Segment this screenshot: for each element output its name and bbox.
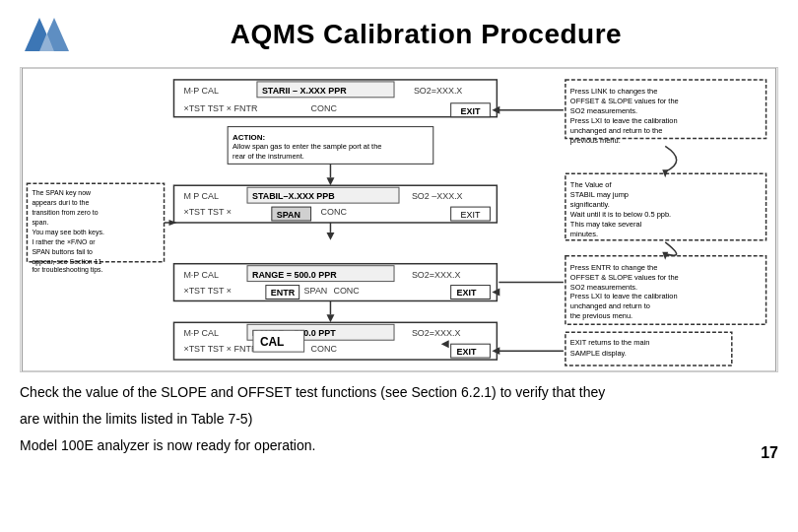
svg-text:SO2=XXX.X: SO2=XXX.X bbox=[414, 86, 462, 96]
svg-text:CAL: CAL bbox=[260, 335, 284, 349]
svg-text:RANGE = 500.0 PPR: RANGE = 500.0 PPR bbox=[252, 270, 337, 280]
svg-text:minutes.: minutes. bbox=[570, 230, 598, 238]
page-title: AQMS Calibration Procedure bbox=[74, 19, 778, 50]
svg-text:transition from zero to: transition from zero to bbox=[32, 209, 98, 216]
svg-text:rear of the instrument.: rear of the instrument. bbox=[233, 152, 304, 161]
svg-text:significantly.: significantly. bbox=[570, 200, 610, 209]
svg-text:appears duri to the: appears duri to the bbox=[32, 199, 89, 207]
svg-text:M P CAL: M P CAL bbox=[183, 191, 219, 201]
svg-text:EXIT: EXIT bbox=[457, 288, 477, 298]
svg-text:the previous menu.: the previous menu. bbox=[570, 311, 632, 320]
diagram-area: M·P CAL STARII – X.XXX PPR SO2=XXX.X ×TS… bbox=[20, 67, 778, 372]
svg-text:appear, see Section 11: appear, see Section 11 bbox=[32, 258, 101, 266]
footer-line2: are within the limits listed in Table 7-… bbox=[20, 409, 605, 430]
svg-text:OFFSET & SLOPE values for the: OFFSET & SLOPE values for the bbox=[570, 273, 679, 282]
svg-text:The SPAN key now: The SPAN key now bbox=[32, 189, 92, 197]
footer-text: Check the value of the SLOPE and OFFSET … bbox=[20, 382, 605, 462]
page-number: 17 bbox=[761, 444, 778, 462]
svg-text:previous menu.: previous menu. bbox=[570, 136, 621, 145]
svg-text:×TST TST × FNTR: ×TST TST × FNTR bbox=[183, 344, 258, 354]
svg-text:×TST  TST × FNTR: ×TST TST × FNTR bbox=[183, 103, 258, 113]
svg-text:for troubleshooting tips.: for troubleshooting tips. bbox=[32, 266, 102, 274]
svg-text:SPAN: SPAN bbox=[277, 210, 300, 220]
svg-text:ENTR: ENTR bbox=[271, 288, 296, 298]
svg-text:SO2 measurements.: SO2 measurements. bbox=[570, 283, 637, 292]
header: AQMS Calibration Procedure bbox=[20, 10, 778, 67]
page-number-area: 17 bbox=[761, 444, 778, 462]
page-container: AQMS Calibration Procedure M·P CAL STARI… bbox=[0, 0, 798, 532]
svg-text:unchanged and return to: unchanged and return to bbox=[570, 301, 650, 310]
svg-text:SO2 measurements.: SO2 measurements. bbox=[570, 106, 637, 115]
svg-text:M·P CAL: M·P CAL bbox=[183, 328, 219, 338]
svg-text:Press ENTR to change the: Press ENTR to change the bbox=[570, 263, 657, 272]
svg-text:This may take several: This may take several bbox=[570, 220, 642, 229]
footer-line3: Model 100E analyzer is now ready for ope… bbox=[20, 435, 605, 456]
svg-text:EXIT: EXIT bbox=[461, 106, 481, 116]
svg-text:You may see both keys.: You may see both keys. bbox=[32, 229, 103, 236]
svg-text:M·P CAL: M·P CAL bbox=[183, 86, 219, 96]
svg-text:Press LXI to leave the calibra: Press LXI to leave the calibration bbox=[570, 116, 678, 125]
diagram-svg: M·P CAL STARII – X.XXX PPR SO2=XXX.X ×TS… bbox=[21, 68, 777, 371]
svg-text:CONC: CONC bbox=[321, 207, 348, 217]
svg-text:CONC: CONC bbox=[311, 103, 338, 113]
svg-text:Press LINK to changes the: Press LINK to changes the bbox=[570, 87, 657, 96]
svg-text:CONC: CONC bbox=[311, 344, 338, 354]
svg-text:SO2 –XXX.X: SO2 –XXX.X bbox=[412, 191, 463, 201]
svg-text:M·P CAL: M·P CAL bbox=[183, 270, 219, 280]
svg-text:ACTION:: ACTION: bbox=[233, 133, 265, 142]
svg-text:SPAN: SPAN bbox=[304, 286, 328, 296]
svg-text:CONC: CONC bbox=[333, 286, 360, 296]
svg-text:SPAN buttons fail to: SPAN buttons fail to bbox=[32, 248, 93, 255]
svg-text:STABIL may jump: STABIL may jump bbox=[570, 190, 629, 199]
svg-text:SAMPLE display.: SAMPLE display. bbox=[570, 349, 627, 358]
svg-text:I rather the ×F/NO or: I rather the ×F/NO or bbox=[32, 238, 96, 245]
company-logo bbox=[20, 10, 74, 59]
svg-text:×TST TST ×: ×TST TST × bbox=[183, 286, 232, 296]
svg-text:SO2=XXX.X: SO2=XXX.X bbox=[412, 328, 460, 338]
footer-line1: Check the value of the SLOPE and OFFSET … bbox=[20, 382, 605, 403]
svg-text:EXIT returns to the main: EXIT returns to the main bbox=[570, 338, 649, 347]
svg-text:The Value of: The Value of bbox=[570, 180, 613, 189]
svg-text:Wait until it is to below 0.5 : Wait until it is to below 0.5 ppb. bbox=[570, 210, 671, 219]
svg-text:STARII – X.XXX  PPR: STARII – X.XXX PPR bbox=[262, 86, 347, 96]
svg-text:Allow span gas to enter the sa: Allow span gas to enter the sample port … bbox=[233, 142, 381, 151]
svg-text:EXIT: EXIT bbox=[461, 210, 481, 220]
svg-text:EXIT: EXIT bbox=[457, 347, 477, 357]
svg-text:unchanged and return to the: unchanged and return to the bbox=[570, 126, 662, 135]
svg-text:Press LXI to leave the calibra: Press LXI to leave the calibration bbox=[570, 292, 678, 300]
svg-text:×TST  TST ×: ×TST TST × bbox=[183, 207, 232, 217]
svg-text:STABIL–X.XXX PPB: STABIL–X.XXX PPB bbox=[252, 191, 335, 201]
svg-text:span.: span. bbox=[32, 219, 48, 227]
svg-text:SO2=XXX.X: SO2=XXX.X bbox=[412, 270, 460, 280]
svg-text:OFFSET & SLOPE values for the: OFFSET & SLOPE values for the bbox=[570, 97, 679, 105]
title-area: AQMS Calibration Procedure bbox=[74, 19, 778, 50]
